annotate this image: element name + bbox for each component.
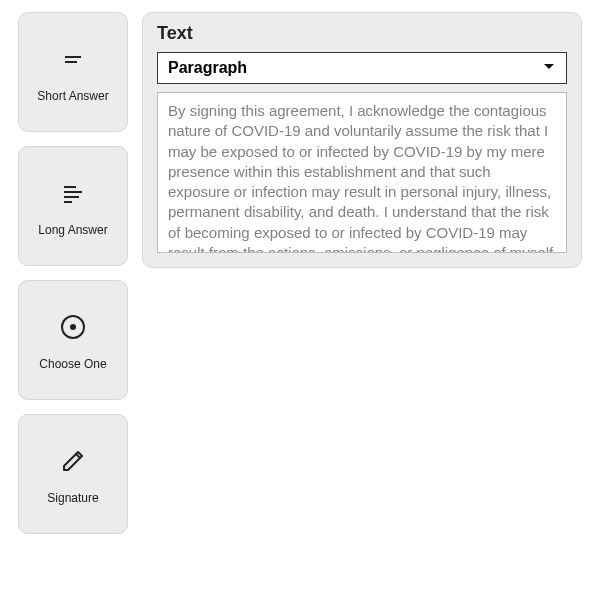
field-type-long-answer[interactable]: Long Answer [18, 146, 128, 266]
field-type-label: Short Answer [37, 89, 108, 103]
choose-one-icon [55, 309, 91, 345]
text-content-input[interactable]: By signing this agreement, I acknowledge… [157, 92, 567, 253]
short-answer-icon [55, 41, 91, 77]
signature-icon [55, 443, 91, 479]
text-editor-panel: Text Paragraph By signing this agreement… [142, 12, 582, 268]
field-type-signature[interactable]: Signature [18, 414, 128, 534]
svg-point-7 [70, 324, 76, 330]
field-type-label: Long Answer [38, 223, 107, 237]
text-content-value: By signing this agreement, I acknowledge… [168, 102, 553, 253]
field-types-sidebar: Short Answer Long Answer Choose One [18, 12, 128, 534]
editor-title: Text [157, 23, 567, 44]
field-type-short-answer[interactable]: Short Answer [18, 12, 128, 132]
field-type-label: Choose One [39, 357, 106, 371]
text-style-select[interactable]: Paragraph [157, 52, 567, 84]
long-answer-icon [55, 175, 91, 211]
text-style-selected: Paragraph [168, 59, 247, 77]
field-type-choose-one[interactable]: Choose One [18, 280, 128, 400]
field-type-label: Signature [47, 491, 98, 505]
chevron-down-icon [542, 59, 556, 77]
